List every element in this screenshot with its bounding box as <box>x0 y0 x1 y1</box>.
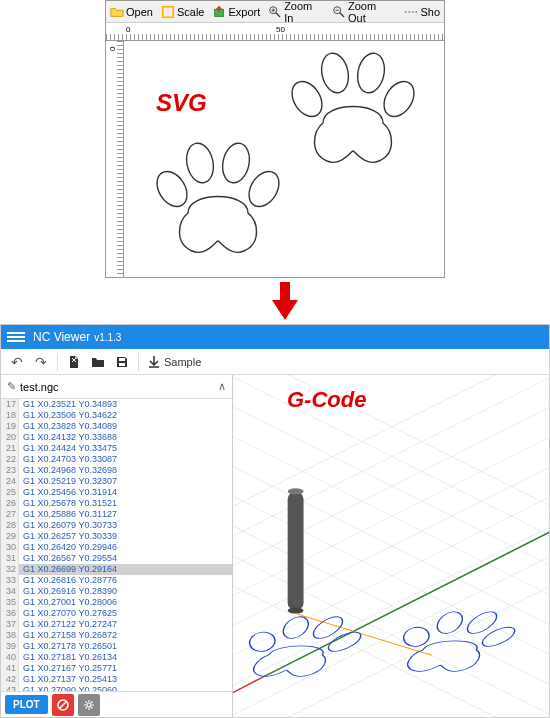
code-row[interactable]: 41G1 X0.27167 Y0.25771 <box>1 663 232 674</box>
code-row[interactable]: 26G1 X0.25678 Y0.31521 <box>1 498 232 509</box>
svg-canvas[interactable]: SVG <box>124 41 444 277</box>
svg-line-33 <box>233 375 549 526</box>
line-content: G1 X0.27158 Y0.26872 <box>19 630 117 641</box>
code-row[interactable]: 31G1 X0.26567 Y0.29554 <box>1 553 232 564</box>
code-row[interactable]: 21G1 X0.24424 Y0.33475 <box>1 443 232 454</box>
code-row[interactable]: 33G1 X0.26816 Y0.28776 <box>1 575 232 586</box>
line-content: G1 X0.27001 Y0.28006 <box>19 597 117 608</box>
code-list[interactable]: 17G1 X0.23521 Y0.3489318G1 X0.23506 Y0.3… <box>1 399 232 691</box>
code-row[interactable]: 37G1 X0.27122 Y0.27247 <box>1 619 232 630</box>
code-row[interactable]: 32G1 X0.26699 Y0.29164 <box>1 564 232 575</box>
svg-point-16 <box>219 141 253 186</box>
redo-button[interactable]: ↷ <box>29 351 53 373</box>
code-row[interactable]: 40G1 X0.27181 Y0.26134 <box>1 652 232 663</box>
edit-icon[interactable]: ✎ <box>7 380 16 393</box>
svg-rect-21 <box>119 363 125 366</box>
scale-button[interactable]: Scale <box>157 1 209 22</box>
line-number: 17 <box>1 399 19 410</box>
line-content: G1 X0.26699 Y0.29164 <box>19 564 117 575</box>
svg-line-41 <box>233 375 549 556</box>
line-number: 38 <box>1 630 19 641</box>
show-label: Sho <box>420 6 440 18</box>
arrow-down-icon <box>270 282 300 320</box>
export-icon <box>212 5 226 19</box>
svg-rect-46 <box>288 491 304 610</box>
code-row[interactable]: 23G1 X0.24968 Y0.32698 <box>1 465 232 476</box>
svg-line-28 <box>233 506 549 705</box>
sample-label: Sample <box>164 356 201 368</box>
open-file-button[interactable] <box>86 351 110 373</box>
svg-point-14 <box>151 166 193 212</box>
svg-point-15 <box>183 141 217 186</box>
line-content: G1 X0.27167 Y0.25771 <box>19 663 117 674</box>
line-number: 26 <box>1 498 19 509</box>
svg-line-25 <box>233 417 549 616</box>
code-row[interactable]: 29G1 X0.26257 Y0.30339 <box>1 531 232 542</box>
code-row[interactable]: 27G1 X0.25886 Y0.31127 <box>1 509 232 520</box>
line-number: 21 <box>1 443 19 454</box>
line-number: 42 <box>1 674 19 685</box>
save-button[interactable] <box>110 351 134 373</box>
svg-line-34 <box>233 417 549 616</box>
svg-point-11 <box>318 51 352 96</box>
code-panel: ✎ test.ngc ∧ 17G1 X0.23521 Y0.3489318G1 … <box>1 375 233 717</box>
code-row[interactable]: 19G1 X0.23828 Y0.34089 <box>1 421 232 432</box>
code-row[interactable]: 20G1 X0.24132 Y0.33688 <box>1 432 232 443</box>
code-row[interactable]: 42G1 X0.27137 Y0.25413 <box>1 674 232 685</box>
line-number: 35 <box>1 597 19 608</box>
zoom-in-icon <box>268 5 282 19</box>
svg-point-24 <box>87 703 91 707</box>
export-button[interactable]: Export <box>208 1 264 22</box>
svg-line-44 <box>263 511 549 677</box>
zoom-out-button[interactable]: Zoom Out <box>328 1 400 22</box>
ruler-tick-label: 0 <box>126 25 130 34</box>
svg-line-32 <box>233 375 549 556</box>
svg-point-56 <box>461 610 502 634</box>
code-row[interactable]: 18G1 X0.23506 Y0.34622 <box>1 410 232 421</box>
code-row[interactable]: 25G1 X0.25456 Y0.31914 <box>1 487 232 498</box>
line-number: 18 <box>1 410 19 421</box>
code-row[interactable]: 34G1 X0.26916 Y0.28390 <box>1 586 232 597</box>
code-row[interactable]: 24G1 X0.25219 Y0.32307 <box>1 476 232 487</box>
dashed-line-icon <box>404 5 418 19</box>
code-row[interactable]: 39G1 X0.27178 Y0.26501 <box>1 641 232 652</box>
open-label: Open <box>126 6 153 18</box>
line-content: G1 X0.27178 Y0.26501 <box>19 641 117 652</box>
svg-line-27 <box>233 476 549 675</box>
line-content: G1 X0.23521 Y0.34893 <box>19 399 117 410</box>
line-number: 24 <box>1 476 19 487</box>
zoom-out-icon <box>332 5 346 19</box>
hamburger-menu-icon[interactable] <box>7 328 25 346</box>
line-content: G1 X0.25678 Y0.31521 <box>19 498 117 509</box>
code-row[interactable]: 36G1 X0.27070 Y0.27625 <box>1 608 232 619</box>
clear-button[interactable] <box>52 694 74 716</box>
line-content: G1 X0.23506 Y0.34622 <box>19 410 117 421</box>
code-row[interactable]: 22G1 X0.24703 Y0.33087 <box>1 454 232 465</box>
new-file-button[interactable] <box>62 351 86 373</box>
line-number: 19 <box>1 421 19 432</box>
line-number: 27 <box>1 509 19 520</box>
zoom-in-label: Zoom In <box>284 0 324 24</box>
undo-button[interactable]: ↶ <box>5 351 29 373</box>
line-number: 31 <box>1 553 19 564</box>
plot-button[interactable]: PLOT <box>5 695 48 714</box>
code-row[interactable]: 30G1 X0.26420 Y0.29946 <box>1 542 232 553</box>
show-button[interactable]: Sho <box>400 1 444 22</box>
gcode-3d-view[interactable]: G-Code <box>233 375 549 717</box>
line-content: G1 X0.24703 Y0.33087 <box>19 454 117 465</box>
code-row[interactable]: 17G1 X0.23521 Y0.34893 <box>1 399 232 410</box>
line-content: G1 X0.27070 Y0.27625 <box>19 608 117 619</box>
line-content: G1 X0.26079 Y0.30733 <box>19 520 117 531</box>
chevron-up-icon[interactable]: ∧ <box>218 380 226 393</box>
code-row[interactable]: 38G1 X0.27158 Y0.26872 <box>1 630 232 641</box>
zoom-in-button[interactable]: Zoom In <box>264 1 328 22</box>
export-label: Export <box>228 6 260 18</box>
code-row[interactable]: 35G1 X0.27001 Y0.28006 <box>1 597 232 608</box>
code-row[interactable]: 28G1 X0.26079 Y0.30733 <box>1 520 232 531</box>
svg-point-47 <box>288 488 304 494</box>
line-content: G1 X0.24424 Y0.33475 <box>19 443 117 454</box>
sample-button[interactable]: Sample <box>143 355 205 369</box>
svg-line-36 <box>233 476 549 675</box>
open-button[interactable]: Open <box>106 1 157 22</box>
settings-button[interactable] <box>78 694 100 716</box>
